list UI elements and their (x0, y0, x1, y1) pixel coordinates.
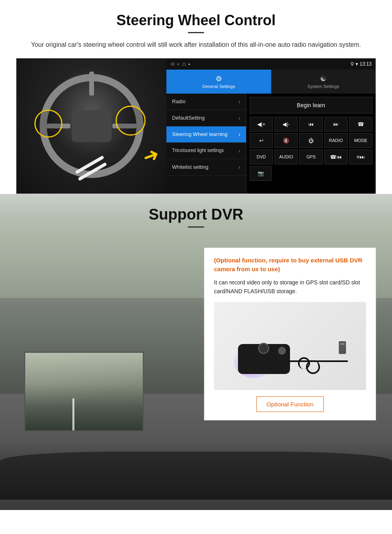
audio-label: AUDIO (279, 154, 293, 159)
tab-general-label: General Settings (202, 84, 235, 89)
road-marking (72, 398, 74, 430)
statusbar-right: ⚲ ▾ 13:13 (350, 61, 372, 67)
statusbar-left: ◁ ○ □ ▪ (170, 61, 190, 66)
ctrl-dvd[interactable]: DVD (250, 150, 273, 164)
dvr-left-col (16, 248, 196, 432)
dvr-right-col: (Optional function, require to buy exter… (204, 248, 376, 432)
recents-icon: □ (183, 62, 186, 66)
sw-hub (72, 110, 112, 142)
begin-learn-button[interactable]: Begin learn (250, 97, 372, 114)
tab-system-settings[interactable]: ☯ System Settings (271, 70, 376, 94)
android-content: Radio › DefaultSetting › Steering Wheel … (166, 94, 376, 194)
back-icon: ◁ (170, 61, 174, 66)
system-icon: ☯ (320, 74, 326, 83)
dvr-section: Support DVR (Optional function, require … (0, 194, 392, 510)
controls-row-1: ◀|+ ◀|- ⏮ ⏭ ☎ (250, 117, 372, 132)
controls-row-3: DVD AUDIO GPS ☎⏮ ≡⏭ (250, 150, 372, 164)
dvr-title: Support DVR (0, 206, 392, 223)
steering-demo: ➜ ◁ ○ □ ▪ ⚲ ▾ 13:13 (16, 58, 376, 194)
dvr-info-box: (Optional function, require to buy exter… (204, 248, 376, 421)
gps-label: GPS (306, 154, 316, 159)
ctrl-audio[interactable]: AUDIO (274, 150, 298, 164)
menu-item-radio[interactable]: Radio › (166, 94, 246, 110)
sw-arrow-icon: ➜ (140, 142, 162, 168)
tab-general-settings[interactable]: ⚙ General Settings (166, 70, 271, 94)
menu-item-tricoloured[interactable]: Tricoloured light settings › (166, 143, 246, 159)
ctrl-phone-next[interactable]: ≡⏭ (349, 150, 372, 164)
ctrl-next-track[interactable]: ⏭ (324, 117, 348, 132)
menu-tricoloured-label: Tricoloured light settings (172, 148, 224, 154)
ctrl-power[interactable]: ⏻ (299, 133, 322, 148)
ctrl-camera[interactable]: 📷 (250, 166, 272, 181)
dvr-optional-text: (Optional function, require to buy exter… (214, 256, 366, 274)
dvr-bottom (0, 440, 392, 500)
camera-icon: 📷 (258, 170, 264, 176)
sw-spoke-top (89, 72, 94, 96)
prev-icon: ⏮ (308, 121, 314, 127)
ctrl-vol-up[interactable]: ◀|+ (250, 117, 273, 132)
menu-whitelist-label: Whitelist setting (172, 164, 208, 170)
title-divider (188, 32, 204, 33)
controls-row-2: ↩ 🔇 ⏻ RADIO MODE (250, 133, 372, 148)
optional-function-button[interactable]: Optional Function (256, 396, 324, 412)
steering-subtitle: Your original car's steering wheel contr… (24, 40, 368, 50)
power-icon: ⏻ (308, 138, 314, 144)
home-icon: ○ (177, 62, 180, 66)
ctrl-phone[interactable]: ☎ (349, 117, 372, 132)
thumbnail-scene (25, 353, 143, 430)
ctrl-back[interactable]: ↩ (250, 133, 273, 148)
ctrl-gps[interactable]: GPS (299, 150, 322, 164)
dvr-divider (188, 226, 204, 228)
camera-lens-main (258, 343, 269, 354)
menu-arrow-icon-4: › (238, 148, 240, 154)
status-time: 13:13 (360, 61, 372, 67)
menu-steering-label: Steering Wheel learning (172, 131, 228, 137)
steering-wheel-bg: ➜ (16, 58, 166, 194)
menu-radio-label: Radio (172, 98, 186, 104)
steering-title: Steering Wheel Control (16, 12, 376, 29)
phone-next-icon: ≡⏭ (357, 154, 365, 160)
phone-icon: ☎ (358, 121, 364, 127)
sw-highlight-left (34, 110, 62, 138)
ctrl-mode[interactable]: MODE (349, 133, 372, 148)
ctrl-phone-prev[interactable]: ☎⏮ (324, 150, 348, 164)
phone-prev-icon: ☎⏮ (330, 154, 342, 160)
tab-system-label: System Settings (308, 84, 339, 89)
menu-item-steering-wheel[interactable]: Steering Wheel learning › (166, 126, 246, 143)
android-tabs: ⚙ General Settings ☯ System Settings (166, 70, 376, 94)
android-panel: ◁ ○ □ ▪ ⚲ ▾ 13:13 ⚙ General Settings (166, 58, 376, 194)
camera-body (238, 344, 290, 374)
menu-item-defaultsetting[interactable]: DefaultSetting › (166, 110, 246, 126)
dvr-thumbnail (24, 352, 144, 432)
back-call-icon: ↩ (259, 138, 264, 144)
dvr-camera-image (214, 302, 366, 390)
menu-item-whitelist[interactable]: Whitelist setting › (166, 159, 246, 176)
vol-down-icon: ◀|- (282, 121, 290, 127)
ctrl-radio[interactable]: RADIO (324, 133, 348, 148)
dvd-label: DVD (256, 154, 266, 159)
dvr-description: It can record video only to storage in G… (214, 278, 366, 296)
controls-row-4: 📷 (250, 166, 372, 181)
dashboard (0, 452, 392, 500)
mode-label: MODE (354, 138, 367, 143)
ctrl-vol-down[interactable]: ◀|- (274, 117, 298, 132)
ctrl-prev-track[interactable]: ⏮ (299, 117, 322, 132)
signal-icon: ⚲ (350, 61, 354, 67)
menu-arrow-icon: › (238, 98, 240, 105)
gear-icon: ⚙ (216, 74, 222, 83)
radio-label: RADIO (329, 138, 343, 143)
camera-lens-secondary (278, 347, 286, 355)
controls-panel: Begin learn ◀|+ ◀|- ⏮ ⏭ ☎ ↩ 🔇 ⏻ RADIO MO… (246, 94, 376, 194)
camera-device (226, 306, 354, 386)
dvr-title-area: Support DVR (0, 194, 392, 232)
steering-section: Steering Wheel Control Your original car… (0, 0, 392, 194)
steering-photo: ➜ (16, 58, 166, 194)
menu-arrow-icon-2: › (238, 115, 240, 121)
menu-panel: Radio › DefaultSetting › Steering Wheel … (166, 94, 246, 194)
ctrl-mute[interactable]: 🔇 (274, 133, 298, 148)
wifi-icon: ▾ (356, 61, 358, 67)
cable-coil-2 (306, 360, 320, 374)
sw-highlight-right (116, 106, 146, 136)
vol-up-icon: ◀|+ (257, 121, 266, 127)
mute-icon: 🔇 (283, 138, 289, 144)
